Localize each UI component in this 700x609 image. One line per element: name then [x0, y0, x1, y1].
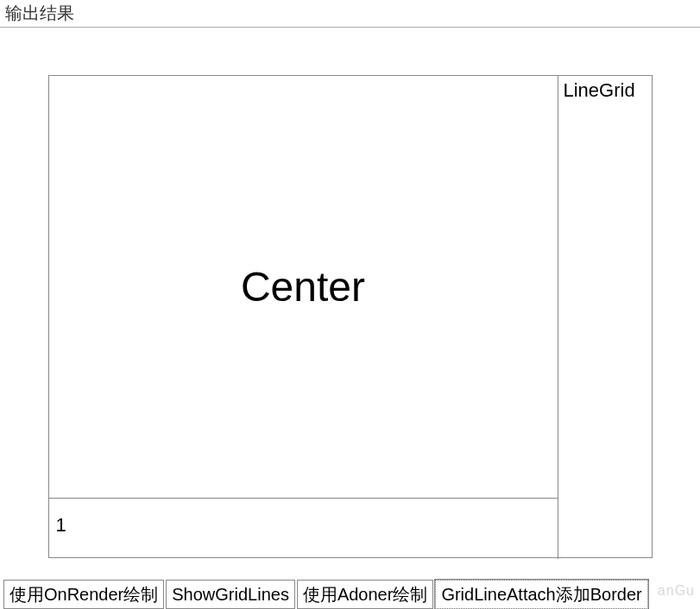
grid-cell-right: LineGrid [558, 76, 653, 559]
tab-adoner[interactable]: 使用Adoner绘制 [297, 580, 434, 609]
grid-cell-main: Center [49, 76, 558, 499]
grid-cell-bottom: 1 [49, 499, 558, 559]
tab-label: GridLineAttach添加Border [441, 583, 641, 606]
main-area: Center LineGrid 1 [0, 28, 700, 580]
center-label: Center [241, 263, 365, 311]
tab-row: 使用OnRender绘制 ShowGridLines 使用Adoner绘制 Gr… [0, 580, 700, 609]
bottom-label: 1 [56, 514, 66, 536]
tab-showgridlines[interactable]: ShowGridLines [166, 580, 295, 609]
right-label: LineGrid [564, 79, 635, 101]
tab-label: 使用OnRender绘制 [9, 583, 158, 606]
output-header: 输出结果 [0, 0, 700, 28]
tab-label: ShowGridLines [172, 585, 289, 605]
output-title: 输出结果 [5, 3, 74, 22]
tab-label: 使用Adoner绘制 [303, 583, 428, 606]
grid-demo: Center LineGrid 1 [48, 75, 653, 558]
tab-onrender[interactable]: 使用OnRender绘制 [3, 580, 164, 609]
tab-gridlineattach[interactable]: GridLineAttach添加Border [435, 580, 647, 609]
